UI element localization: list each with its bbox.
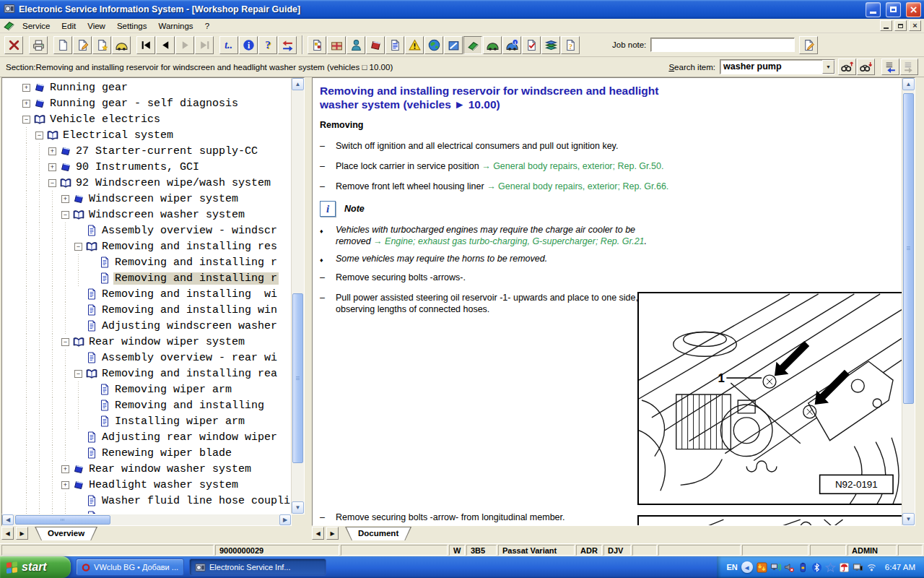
tree-item[interactable]: +Running gear: [2, 79, 291, 95]
tree-item[interactable]: Adjusting rear window wiper: [2, 429, 291, 445]
person-button[interactable]: [346, 36, 365, 54]
note-edit-button[interactable]: [799, 36, 818, 54]
hide-icons-chevron[interactable]: ◂: [741, 561, 753, 573]
tree-item[interactable]: Removing and installing r: [2, 254, 291, 270]
display-tray-icon[interactable]: [853, 562, 863, 573]
tree-item[interactable]: −Electrical system: [2, 127, 291, 143]
expand-icon[interactable]: +: [48, 163, 56, 171]
tree-item[interactable]: Installing wiper arm: [2, 413, 291, 429]
tree-item[interactable]: Removing and installing: [2, 397, 291, 413]
check-doc-button[interactable]: [522, 36, 541, 54]
antivirus-tray-icon[interactable]: [839, 562, 850, 573]
restore-button[interactable]: [886, 2, 901, 17]
menu-warnings[interactable]: Warnings: [152, 20, 199, 32]
expand-icon[interactable]: +: [61, 195, 69, 203]
expand-icon[interactable]: +: [48, 147, 56, 155]
tab-document[interactable]: Document: [345, 527, 411, 540]
tree-item[interactable]: −Removing and installing res: [2, 238, 291, 254]
tree-item[interactable]: −Rear window wiper system: [2, 334, 291, 350]
network-tray-icon[interactable]: [770, 562, 781, 573]
taskbar-task-1[interactable]: VWclub BG • Добави ...: [76, 558, 184, 576]
tree-item[interactable]: Assembly overview - windscr: [2, 223, 291, 238]
menu-view[interactable]: View: [82, 20, 111, 32]
help-button[interactable]: ??: [258, 36, 277, 54]
page-new-button[interactable]: [53, 36, 72, 54]
car-yellow-button[interactable]: [112, 36, 131, 54]
expand-icon[interactable]: +: [22, 100, 30, 108]
taskbar-task-2[interactable]: Electronic Service Inf...: [189, 558, 326, 576]
tree-item[interactable]: Washer fluid line hose coupli: [2, 493, 291, 509]
star-tray-icon[interactable]: [825, 562, 836, 573]
cross-reference-link[interactable]: → Engine; exhaust gas turbo-charging, G-…: [373, 236, 644, 246]
battery-tray-icon[interactable]: [798, 562, 808, 573]
tree-scroll-thumb[interactable]: [292, 293, 303, 463]
tab-scroll-left-icon[interactable]: ◀: [1, 527, 14, 540]
tree-item[interactable]: Removing and installing r: [2, 270, 291, 286]
tree-item[interactable]: −92 Windscreen wipe/wash system: [2, 175, 291, 191]
print-button[interactable]: [29, 36, 48, 54]
volume-tray-icon[interactable]: [784, 562, 795, 573]
books-stack-button[interactable]: [541, 36, 560, 54]
cross-reference-link[interactable]: → General body repairs, exterior; Rep. G…: [481, 161, 663, 171]
doc-scroll-down-icon[interactable]: ▼: [902, 513, 915, 525]
info-button[interactable]: i: [239, 36, 258, 54]
tree-item[interactable]: +90 Instruments, GCI: [2, 159, 291, 175]
book-red-button[interactable]: [366, 36, 385, 54]
bluetooth-tray-icon[interactable]: [811, 562, 822, 573]
collapse-icon[interactable]: −: [48, 179, 56, 187]
tree-item[interactable]: Removing and installing win: [2, 302, 291, 318]
tree-item[interactable]: [2, 509, 291, 514]
doc-scroll-thumb[interactable]: [903, 93, 914, 404]
tree-item[interactable]: Renewing wiper blade: [2, 445, 291, 461]
mdi-minimize-button[interactable]: [880, 20, 892, 31]
tree-item[interactable]: Adjusting windscreen washer: [2, 318, 291, 334]
menu-service[interactable]: Service: [17, 20, 56, 32]
wireless-tray-icon[interactable]: [866, 562, 877, 573]
tree-item[interactable]: +27 Starter-current supply-CC: [2, 143, 291, 159]
tree-item[interactable]: −Removing and installing rea: [2, 366, 291, 381]
tree-item[interactable]: +Headlight washer system: [2, 477, 291, 493]
tree-hscroll-thumb[interactable]: [15, 515, 110, 525]
tree-item[interactable]: Assembly overview - rear wi: [2, 350, 291, 366]
list-add-button[interactable]: [881, 59, 899, 75]
search-down-button[interactable]: [857, 59, 875, 75]
expand-icon[interactable]: +: [61, 465, 69, 473]
downloader-tray-icon[interactable]: [757, 562, 767, 573]
tree-item[interactable]: −Vehicle electrics: [2, 111, 291, 127]
menu-[interactable]: ?: [199, 20, 215, 32]
mdi-close-button[interactable]: ×: [909, 20, 921, 31]
minimize-button[interactable]: [866, 2, 881, 17]
tree-vertical-scrollbar[interactable]: ▲ ▼: [291, 78, 304, 514]
car-info-button[interactable]: i: [502, 36, 521, 54]
globe-button[interactable]: [424, 36, 443, 54]
close-button[interactable]: ×: [906, 2, 921, 17]
search-up-button[interactable]: [838, 59, 856, 75]
collapse-icon[interactable]: −: [74, 370, 82, 378]
tree-horizontal-scrollbar[interactable]: ◀ ▶: [1, 514, 292, 526]
tab-scroll-right-icon[interactable]: ▶: [16, 527, 28, 540]
doc-tab-scroll-right-icon[interactable]: ▶: [326, 527, 339, 540]
nav-first-button[interactable]: [136, 36, 155, 54]
tree-item[interactable]: −Windscreen washer system: [2, 207, 291, 223]
t-jump-button[interactable]: t..: [219, 36, 238, 54]
gift-button[interactable]: [327, 36, 346, 54]
language-indicator[interactable]: EN: [727, 563, 738, 571]
doc-question-button[interactable]: ?: [561, 36, 580, 54]
warning-button[interactable]: [405, 36, 424, 54]
tree-item[interactable]: +Rear window washer system: [2, 461, 291, 477]
tree-item[interactable]: +Windscreen wiper system: [2, 191, 291, 207]
cross-reference-link[interactable]: → General body repairs, exterior; Rep. G…: [487, 181, 668, 191]
scroll-up-icon[interactable]: ▲: [292, 78, 304, 90]
start-button[interactable]: start: [0, 556, 71, 578]
car-green-button[interactable]: [483, 36, 502, 54]
document-vertical-scrollbar[interactable]: ▲ ▼: [902, 78, 915, 525]
menu-settings[interactable]: Settings: [111, 20, 153, 32]
tree-item[interactable]: +Running gear - self diagnosis: [2, 95, 291, 111]
expand-icon[interactable]: +: [61, 481, 69, 489]
chevron-down-icon[interactable]: ▼: [822, 60, 834, 74]
scroll-left-icon[interactable]: ◀: [2, 514, 14, 525]
page-edit-button[interactable]: [73, 36, 92, 54]
flag-box-button[interactable]: [444, 36, 463, 54]
collapse-icon[interactable]: −: [61, 211, 69, 219]
search-item-combobox[interactable]: washer pump ▼: [720, 59, 835, 74]
